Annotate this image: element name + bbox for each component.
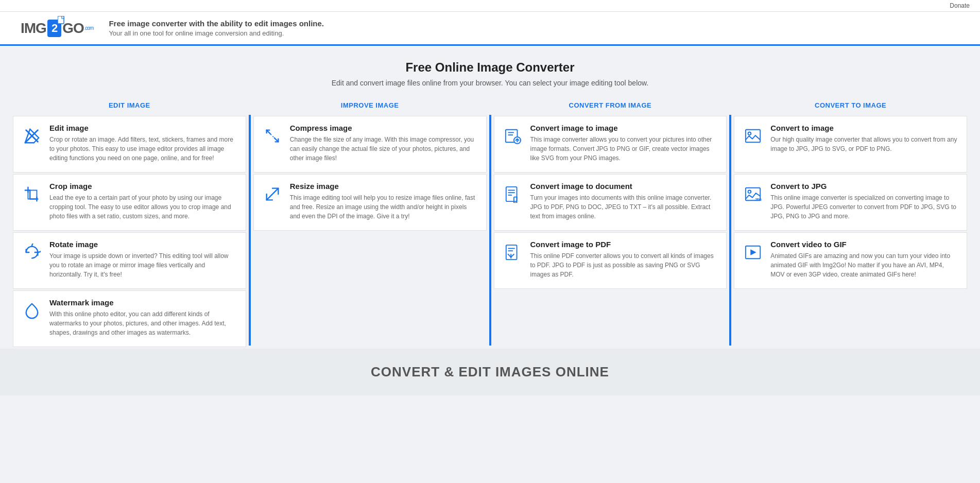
hero-subtitle: Edit and convert image files online from… bbox=[10, 79, 970, 87]
column-convert-to: CONVERT TO IMAGE Convert to image Our hi… bbox=[731, 95, 970, 349]
bottom-banner-text: CONVERT & EDIT IMAGES ONLINE bbox=[10, 364, 970, 380]
card-toimg-desc: Our high quality image converter that al… bbox=[770, 135, 958, 153]
donate-link[interactable]: Donate bbox=[950, 2, 970, 9]
svg-point-28 bbox=[748, 132, 751, 135]
logo-page-icon bbox=[58, 16, 65, 25]
card-c2i-desc: This image converter allows you to conve… bbox=[530, 135, 718, 163]
card-togif-content: Convert video to GIF Animated GIFs are a… bbox=[770, 240, 958, 279]
svg-rect-0 bbox=[58, 16, 64, 24]
col-header-improve: IMPROVE IMAGE bbox=[251, 95, 489, 114]
card-crop-desc: Lead the eye to a certain part of your p… bbox=[49, 193, 237, 221]
card-tojpg-title: Convert to JPG bbox=[770, 182, 958, 191]
card-resize-title: Resize image bbox=[290, 182, 478, 191]
to-gif-icon bbox=[743, 242, 763, 263]
header: IMG 2 GO .com Free image converter with … bbox=[0, 12, 980, 46]
card-watermark-content: Watermark image With this online photo e… bbox=[49, 298, 237, 337]
card-edit-title: Edit image bbox=[49, 124, 237, 132]
logo-box: 2 bbox=[47, 20, 61, 37]
svg-rect-27 bbox=[746, 130, 760, 143]
to-jpg-icon: JPG bbox=[743, 184, 763, 204]
column-improve: IMPROVE IMAGE Compress image Change the … bbox=[251, 95, 489, 349]
card-togif-title: Convert video to GIF bbox=[770, 240, 958, 249]
edit-icon bbox=[22, 126, 42, 146]
logo-com: .com bbox=[84, 25, 94, 31]
card-crop-content: Crop image Lead the eye to a certain par… bbox=[49, 182, 237, 221]
card-c2pdf-desc: This online PDF converter allows you to … bbox=[530, 251, 718, 279]
logo[interactable]: IMG 2 GO .com bbox=[21, 20, 93, 37]
card-to-gif[interactable]: Convert video to GIF Animated GIFs are a… bbox=[734, 232, 967, 289]
crop-icon bbox=[22, 184, 42, 204]
convert-doc-icon bbox=[503, 184, 523, 204]
card-convert-image-to-pdf[interactable]: Convert image to PDF This online PDF con… bbox=[494, 232, 727, 289]
header-tagline: Free image converter with the ability to… bbox=[109, 19, 324, 37]
to-image-icon bbox=[743, 126, 763, 146]
column-edit: EDIT IMAGE Edit image Crop or rotate an … bbox=[10, 95, 249, 349]
watermark-icon bbox=[22, 300, 42, 321]
svg-line-13 bbox=[266, 188, 278, 200]
card-c2pdf-content: Convert image to PDF This online PDF con… bbox=[530, 240, 718, 279]
svg-rect-19 bbox=[506, 187, 517, 201]
svg-marker-34 bbox=[751, 249, 757, 255]
card-toimg-content: Convert to image Our high quality image … bbox=[770, 124, 958, 153]
svg-text:JPG: JPG bbox=[755, 198, 762, 201]
col-header-convert-to: CONVERT TO IMAGE bbox=[731, 95, 970, 114]
card-watermark-desc: With this online photo editor, you can a… bbox=[49, 309, 237, 337]
card-resize-desc: This image editing tool will help you to… bbox=[290, 193, 478, 221]
card-convert-image-to-doc[interactable]: Convert image to document Turn your imag… bbox=[494, 174, 727, 231]
card-edit-content: Edit image Crop or rotate an image. Add … bbox=[49, 124, 237, 163]
card-compress-content: Compress image Change the file size of a… bbox=[290, 124, 478, 163]
card-compress-image[interactable]: Compress image Change the file size of a… bbox=[253, 116, 487, 173]
card-watermark-image[interactable]: Watermark image With this online photo e… bbox=[13, 290, 246, 347]
card-compress-desc: Change the file size of any image. With … bbox=[290, 135, 478, 163]
card-watermark-title: Watermark image bbox=[49, 298, 237, 307]
card-c2doc-desc: Turn your images into documents with thi… bbox=[530, 193, 718, 221]
col-header-edit: EDIT IMAGE bbox=[10, 95, 249, 114]
card-c2pdf-title: Convert image to PDF bbox=[530, 240, 718, 249]
card-c2doc-title: Convert image to document bbox=[530, 182, 718, 191]
card-to-image[interactable]: Convert to image Our high quality image … bbox=[734, 116, 967, 173]
rotate-icon bbox=[22, 242, 42, 263]
svg-rect-9 bbox=[28, 190, 37, 199]
column-convert-from: CONVERT FROM IMAGE Convert image to imag… bbox=[491, 95, 730, 349]
card-convert-image-to-image[interactable]: Convert image to image This image conver… bbox=[494, 116, 727, 173]
card-toimg-title: Convert to image bbox=[770, 124, 958, 132]
resize-icon bbox=[262, 184, 283, 204]
card-edit-desc: Crop or rotate an image. Add filters, te… bbox=[49, 135, 237, 163]
logo-text-2: 2 bbox=[51, 22, 57, 35]
hero-section: Free Online Image Converter Edit and con… bbox=[0, 46, 980, 95]
svg-point-30 bbox=[748, 190, 751, 193]
col-header-convert-from: CONVERT FROM IMAGE bbox=[491, 95, 730, 114]
card-resize-content: Resize image This image editing tool wil… bbox=[290, 182, 478, 221]
svg-line-12 bbox=[270, 134, 274, 138]
card-crop-image[interactable]: Crop image Lead the eye to a certain par… bbox=[13, 174, 246, 231]
logo-text-img: IMG bbox=[21, 20, 46, 37]
card-tojpg-desc: This online image converter is specializ… bbox=[770, 193, 958, 221]
card-compress-title: Compress image bbox=[290, 124, 478, 132]
logo-text-go: GO bbox=[62, 20, 84, 37]
card-crop-title: Crop image bbox=[49, 182, 237, 191]
convert-image-icon bbox=[503, 126, 523, 146]
card-rotate-desc: Your image is upside down or inverted? T… bbox=[49, 251, 237, 279]
compress-icon bbox=[262, 126, 283, 146]
card-c2doc-content: Convert image to document Turn your imag… bbox=[530, 182, 718, 221]
card-c2i-content: Convert image to image This image conver… bbox=[530, 124, 718, 163]
card-rotate-image[interactable]: Rotate image Your image is upside down o… bbox=[13, 232, 246, 289]
hero-title: Free Online Image Converter bbox=[10, 60, 970, 75]
card-to-jpg[interactable]: JPG Convert to JPG This online image con… bbox=[734, 174, 967, 231]
bottom-banner: CONVERT & EDIT IMAGES ONLINE bbox=[0, 349, 980, 395]
card-edit-image[interactable]: Edit image Crop or rotate an image. Add … bbox=[13, 116, 246, 173]
tagline-bold: Free image converter with the ability to… bbox=[109, 19, 324, 28]
card-rotate-title: Rotate image bbox=[49, 240, 237, 249]
card-c2i-title: Convert image to image bbox=[530, 124, 718, 132]
card-tojpg-content: Convert to JPG This online image convert… bbox=[770, 182, 958, 221]
card-rotate-content: Rotate image Your image is upside down o… bbox=[49, 240, 237, 279]
card-togif-desc: Animated GIFs are amazing and now you ca… bbox=[770, 251, 958, 279]
convert-pdf-icon bbox=[503, 242, 523, 263]
top-bar: Donate bbox=[0, 0, 980, 12]
tagline-sub: Your all in one tool for online image co… bbox=[109, 29, 284, 37]
columns-wrapper: EDIT IMAGE Edit image Crop or rotate an … bbox=[0, 95, 980, 349]
card-resize-image[interactable]: Resize image This image editing tool wil… bbox=[253, 174, 487, 231]
